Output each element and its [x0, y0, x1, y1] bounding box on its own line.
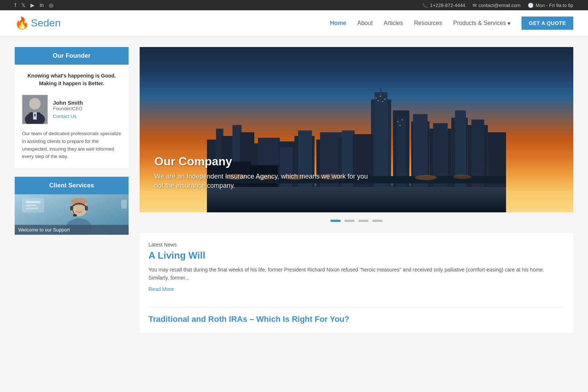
social-icons: f 𝕏 ▶ in ◎	[15, 2, 53, 8]
contact-info: 📞 1+228-872-4444 ✉ contact@email.com 🕐 M…	[422, 3, 573, 8]
svg-rect-9	[26, 205, 37, 206]
svg-rect-14	[70, 206, 73, 211]
nav-about[interactable]: About	[357, 20, 373, 26]
email-address: contact@email.com	[478, 3, 520, 8]
phone-info: 📞 1+228-872-4444	[422, 3, 465, 8]
svg-rect-8	[26, 201, 40, 203]
hero-overlay: Our Company We are an Independent Insura…	[154, 155, 375, 190]
svg-rect-55	[384, 98, 385, 99]
header: 🔥 Seden Home About Articles Resources Pr…	[0, 10, 588, 36]
founder-description: Our team of dedicated professionals spec…	[22, 130, 121, 161]
hero-title: Our Company	[154, 155, 375, 168]
hours-info: 🕐 Mon - Fri 9a to 6p	[528, 3, 573, 8]
phone-number: 1+228-872-4444	[430, 3, 465, 8]
svg-rect-10	[26, 208, 39, 209]
svg-rect-11	[121, 200, 127, 209]
news-section-label: Latest News	[148, 242, 564, 248]
founder-info: John Smith Founder/CEO Contact Us	[22, 95, 121, 124]
svg-point-67	[453, 175, 472, 179]
svg-rect-52	[378, 100, 379, 101]
svg-rect-57	[399, 125, 401, 126]
client-services-image: Welcome to our Support	[15, 194, 129, 235]
svg-rect-51	[376, 97, 377, 98]
nav-articles[interactable]: Articles	[384, 20, 403, 26]
svg-rect-56	[397, 121, 398, 122]
slider-dot-4[interactable]	[372, 220, 383, 222]
email-info: ✉ contact@email.com	[473, 3, 520, 8]
svg-rect-54	[382, 101, 383, 102]
client-services-overlay: Welcome to our Support	[15, 225, 129, 235]
news-article-2-title[interactable]: Traditional and Roth IRAs – Which Is Rig…	[148, 314, 564, 324]
slider-dot-2[interactable]	[344, 220, 355, 222]
logo-text: Seden	[31, 17, 61, 29]
news-article-1-title[interactable]: A Living Will	[148, 250, 564, 261]
founder-quote: Knowing what's happening is Good. Making…	[22, 72, 121, 87]
svg-rect-58	[402, 119, 403, 120]
slider-dots	[140, 220, 573, 222]
founder-card: Our Founder Knowing what's happening is …	[15, 47, 129, 168]
hero-subtitle: We are an Independent Insurance Agency, …	[154, 172, 375, 190]
nav-products[interactable]: Products & Services ▾	[453, 20, 510, 27]
svg-rect-53	[380, 96, 381, 96]
top-bar: f 𝕏 ▶ in ◎ 📞 1+228-872-4444 ✉ contact@em…	[0, 0, 588, 10]
logo[interactable]: 🔥 Seden	[15, 16, 61, 30]
youtube-icon[interactable]: ▶	[31, 2, 35, 8]
founder-card-body: Knowing what's happening is Good. Making…	[15, 65, 129, 168]
founder-details: John Smith Founder/CEO Contact Us	[53, 100, 83, 119]
client-services-header: Client Services	[15, 177, 129, 194]
founder-card-header: Our Founder	[15, 47, 129, 65]
facebook-icon[interactable]: f	[15, 2, 16, 8]
news-article-1-read-more[interactable]: Read More	[148, 286, 174, 292]
nav-home[interactable]: Home	[330, 20, 346, 26]
linkedin-icon[interactable]: in	[40, 2, 44, 8]
avatar	[22, 95, 48, 124]
hours-text: Mon - Fri 9a to 6p	[535, 3, 573, 8]
svg-rect-15	[85, 206, 88, 211]
nav-products-label: Products & Services	[453, 20, 506, 26]
slider-dot-1[interactable]	[330, 220, 341, 222]
slider-dot-3[interactable]	[358, 220, 369, 222]
client-services-overlay-text: Welcome to our Support	[18, 227, 70, 233]
news-divider	[148, 308, 564, 308]
phone-icon: 📞	[422, 3, 428, 8]
hero-slider: Our Company We are an Independent Insura…	[140, 47, 573, 212]
nav-resources[interactable]: Resources	[414, 20, 442, 26]
main-container: Our Founder Knowing what's happening is …	[0, 36, 588, 344]
logo-icon: 🔥	[15, 16, 29, 30]
svg-rect-27	[375, 92, 388, 187]
content-area: Our Company We are an Independent Insura…	[140, 47, 573, 333]
founder-name: John Smith	[53, 100, 83, 106]
city-skyline	[140, 89, 573, 213]
main-nav: Home About Articles Resources Products &…	[330, 17, 573, 30]
svg-rect-28	[380, 89, 382, 96]
news-article-1-excerpt: You may recall that during the final wee…	[148, 266, 564, 282]
latest-news-section: Latest News A Living Will You may recall…	[140, 233, 573, 333]
founder-title: Founder/CEO	[53, 106, 83, 111]
founder-contact-link[interactable]: Contact Us	[53, 114, 76, 119]
email-icon: ✉	[473, 3, 477, 8]
clock-icon: 🕐	[528, 3, 534, 8]
avatar-image	[22, 95, 47, 124]
instagram-icon[interactable]: ◎	[49, 2, 53, 8]
svg-point-66	[415, 175, 437, 180]
get-quote-button[interactable]: GET A QUOTE	[521, 17, 573, 30]
svg-point-1	[29, 98, 40, 109]
client-services-card: Client Services	[15, 177, 129, 235]
chevron-down-icon: ▾	[508, 20, 510, 27]
twitter-icon[interactable]: 𝕏	[21, 2, 25, 8]
sidebar: Our Founder Knowing what's happening is …	[15, 47, 129, 333]
svg-rect-17	[73, 214, 77, 216]
